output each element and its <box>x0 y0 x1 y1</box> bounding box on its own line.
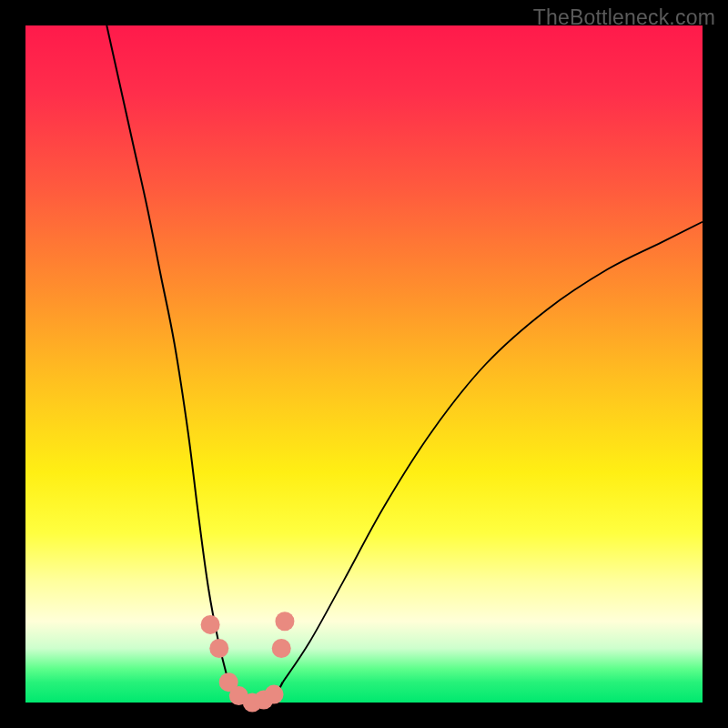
highlight-marker <box>201 615 220 634</box>
highlight-markers <box>201 612 295 712</box>
highlight-marker <box>275 612 294 631</box>
watermark-text: TheBottleneck.com <box>533 5 715 30</box>
chart-plot-area <box>25 25 703 703</box>
curve-layer <box>25 25 703 703</box>
highlight-marker <box>209 639 228 658</box>
highlight-marker <box>265 685 284 704</box>
highlight-marker <box>272 639 291 658</box>
left-arm-path <box>106 25 228 682</box>
right-arm-path <box>283 222 703 682</box>
